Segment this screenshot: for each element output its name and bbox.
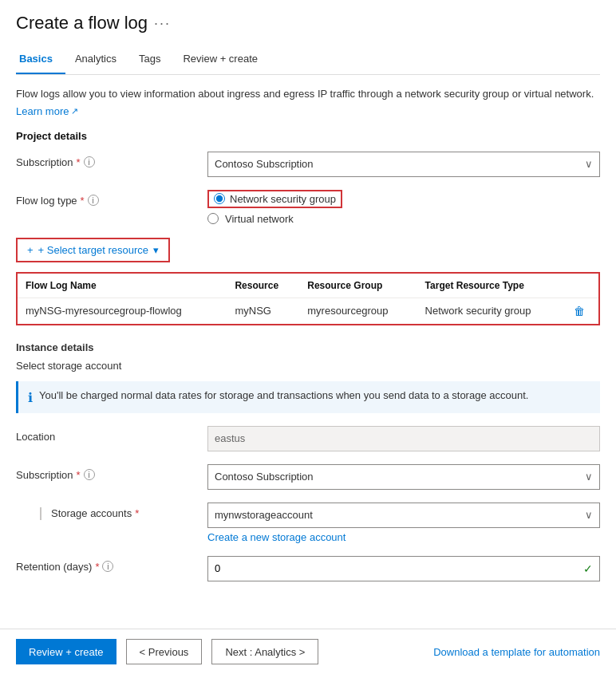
storage-accounts-chevron-icon: ∨: [585, 509, 593, 521]
radio-nsg-label: Network security group: [230, 193, 336, 205]
tab-review-create[interactable]: Review + create: [180, 46, 270, 74]
project-details-header: Project details: [16, 130, 600, 142]
flow-log-type-radio-group: Network security group Virtual network: [207, 190, 600, 225]
storage-accounts-row: Storage accounts * mynwstorageaccount ∨ …: [16, 503, 600, 543]
flow-log-type-row: Flow log type * i Network security group…: [16, 190, 600, 225]
location-row: Location eastus: [16, 426, 600, 451]
plus-icon: +: [27, 244, 34, 256]
col-flow-log-name: Flow Log Name: [18, 274, 227, 298]
download-template-link[interactable]: Download a template for automation: [433, 646, 600, 658]
col-target-resource-type: Target Resource Type: [417, 274, 566, 298]
subscription-chevron-icon: ∨: [585, 158, 593, 170]
retention-row: Retention (days) * i ✓: [16, 556, 600, 581]
radio-nsg[interactable]: Network security group: [207, 190, 600, 208]
instance-subscription-info-icon[interactable]: i: [84, 469, 95, 480]
flow-log-type-label: Flow log type: [16, 195, 77, 207]
external-link-icon: ↗: [71, 106, 78, 116]
subscription-row: Subscription * i Contoso Subscription ∨: [16, 152, 600, 177]
instance-subscription-label: Subscription: [16, 469, 73, 481]
flow-log-type-info-icon[interactable]: i: [88, 195, 99, 206]
storage-accounts-dropdown[interactable]: mynwstorageaccount ∨: [207, 503, 600, 528]
tab-analytics[interactable]: Analytics: [72, 46, 129, 74]
table-row: myNSG-myresourcegroup-flowlog myNSG myre…: [18, 298, 598, 324]
instance-details-header: Instance details: [16, 341, 600, 353]
flow-log-type-required: *: [81, 195, 85, 207]
delete-row-icon[interactable]: 🗑: [574, 305, 585, 317]
tab-tags[interactable]: Tags: [136, 46, 173, 74]
subscription-dropdown[interactable]: Contoso Subscription ∨: [207, 152, 600, 177]
select-target-resource-label: + Select target resource: [38, 244, 148, 256]
instance-subscription-dropdown[interactable]: Contoso Subscription ∨: [207, 464, 600, 490]
retention-input-wrapper: ✓: [207, 556, 600, 581]
footer-bar: Review + create < Previous Next : Analyt…: [0, 629, 616, 674]
instance-subscription-required: *: [77, 469, 81, 481]
page-title-ellipsis: ···: [154, 15, 171, 32]
tab-basics[interactable]: Basics: [16, 46, 65, 74]
cell-delete[interactable]: 🗑: [566, 298, 598, 324]
location-label: Location: [16, 431, 55, 443]
subscription-required: *: [77, 156, 81, 168]
cell-resource: myNSG: [227, 298, 299, 324]
review-create-button[interactable]: Review + create: [16, 639, 116, 664]
page-title: Create a flow log: [16, 13, 148, 34]
col-resource: Resource: [227, 274, 299, 298]
storage-accounts-label: Storage accounts: [51, 507, 132, 519]
info-description: Flow logs allow you to view information …: [16, 86, 600, 102]
col-resource-group: Resource Group: [299, 274, 417, 298]
create-storage-account-link[interactable]: Create a new storage account: [207, 531, 600, 543]
subscription-info-icon[interactable]: i: [84, 156, 95, 168]
previous-button[interactable]: < Previous: [126, 639, 203, 664]
retention-info-icon[interactable]: i: [102, 561, 113, 572]
instance-subscription-chevron-icon: ∨: [585, 471, 593, 483]
instance-subscription-row: Subscription * i Contoso Subscription ∨: [16, 464, 600, 490]
retention-input[interactable]: [208, 557, 577, 581]
select-storage-account-label: Select storage account: [16, 360, 600, 372]
radio-vnet[interactable]: Virtual network: [207, 213, 600, 225]
target-resource-chevron-icon: ▾: [153, 244, 159, 256]
learn-more-link[interactable]: Learn more ↗: [16, 105, 600, 117]
tab-bar: Basics Analytics Tags Review + create: [16, 46, 600, 75]
resource-table-wrapper: Flow Log Name Resource Resource Group Ta…: [16, 272, 600, 325]
location-input: eastus: [207, 426, 600, 451]
storage-info-banner: ℹ You'll be charged normal data rates fo…: [16, 381, 600, 413]
next-analytics-button[interactable]: Next : Analytics >: [211, 639, 318, 664]
cell-target-resource-type: Network security group: [417, 298, 566, 324]
info-banner-text: You'll be charged normal data rates for …: [39, 389, 528, 401]
col-actions: [566, 274, 598, 298]
radio-vnet-label: Virtual network: [225, 213, 294, 225]
radio-nsg-input[interactable]: [214, 193, 225, 204]
radio-vnet-input[interactable]: [207, 213, 219, 224]
retention-checkmark-icon: ✓: [577, 562, 599, 575]
retention-required: *: [95, 561, 99, 573]
select-target-resource-button[interactable]: + + Select target resource ▾: [16, 238, 170, 262]
cell-flow-log-name: myNSG-myresourcegroup-flowlog: [18, 298, 227, 324]
table-header-row: Flow Log Name Resource Resource Group Ta…: [18, 274, 598, 298]
info-banner-icon: ℹ: [28, 390, 33, 405]
resource-table: Flow Log Name Resource Resource Group Ta…: [18, 274, 598, 324]
cell-resource-group: myresourcegroup: [299, 298, 417, 324]
subscription-label: Subscription: [16, 156, 73, 168]
retention-label: Retention (days): [16, 561, 92, 573]
storage-accounts-required: *: [135, 507, 139, 519]
